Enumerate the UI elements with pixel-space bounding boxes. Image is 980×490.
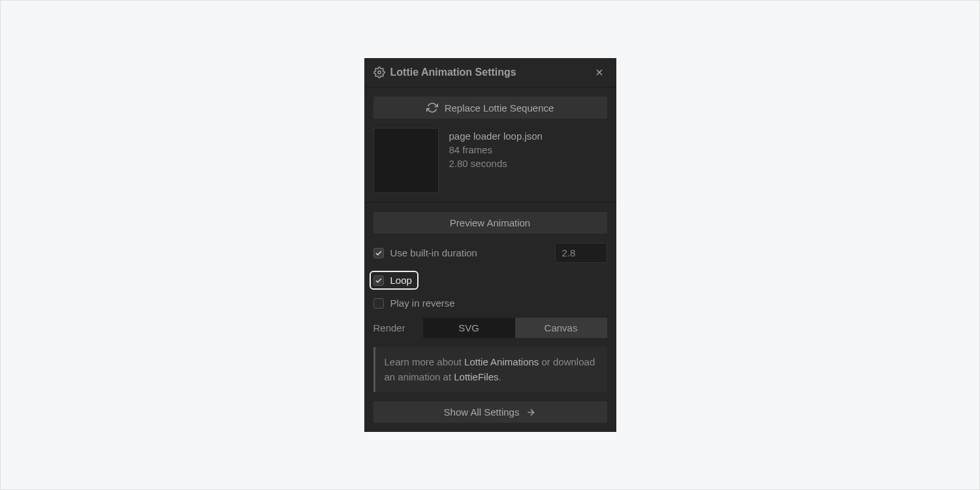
info-box: Learn more about Lottie Animations or do… [373,347,607,392]
file-seconds: 2.80 seconds [449,158,543,169]
reverse-row: Play in reverse [373,298,607,309]
render-svg-option[interactable]: SVG [423,318,515,338]
lottiefiles-link[interactable]: LottieFiles [454,371,498,382]
file-thumbnail [373,128,439,193]
loop-checkbox[interactable] [373,275,384,286]
close-icon [594,67,605,78]
panel-header: Lottie Animation Settings [364,58,616,87]
file-info-row: page loader loop.json 84 frames 2.80 sec… [373,128,607,193]
loop-label: Loop [390,275,412,286]
lottie-animations-link[interactable]: Lottie Animations [464,356,539,367]
close-button[interactable] [592,65,607,80]
preview-animation-button[interactable]: Preview Animation [373,212,607,234]
gear-icon [373,67,385,78]
reverse-checkbox[interactable] [373,298,384,309]
show-all-settings-button[interactable]: Show All Settings [373,401,607,423]
info-text-3: . [499,371,501,382]
replace-sequence-button[interactable]: Replace Lottie Sequence [373,97,607,119]
lottie-settings-panel: Lottie Animation Settings Replace Lottie… [364,58,616,432]
panel-title: Lottie Animation Settings [373,67,592,78]
replace-label: Replace Lottie Sequence [445,102,554,114]
builtin-duration-checkbox[interactable] [373,248,384,258]
arrow-right-icon [526,407,536,418]
loop-row: Loop [373,271,607,290]
loop-highlight: Loop [370,271,419,290]
refresh-icon [426,102,438,114]
render-label: Render [373,322,413,333]
render-mode-toggle: SVG Canvas [423,318,607,338]
render-row: Render SVG Canvas [373,318,607,338]
reverse-label: Play in reverse [390,298,607,309]
panel-title-text: Lottie Animation Settings [390,67,516,78]
file-name: page loader loop.json [449,130,543,142]
builtin-duration-label: Use built-in duration [390,247,548,258]
preview-label: Preview Animation [450,217,530,228]
info-text-1: Learn more about [385,356,465,367]
svg-point-0 [377,71,381,74]
panel-body: Replace Lottie Sequence page loader loop… [364,87,616,432]
check-icon [375,249,383,257]
show-all-label: Show All Settings [444,406,520,418]
file-frames: 84 frames [449,144,543,155]
checkbox-group: Use built-in duration Loop Play in rever… [373,243,607,309]
duration-input[interactable] [555,243,607,263]
builtin-duration-row: Use built-in duration [373,243,607,263]
divider [364,202,616,203]
check-icon [375,277,383,284]
file-meta: page loader loop.json 84 frames 2.80 sec… [449,128,543,169]
render-canvas-option[interactable]: Canvas [515,318,607,338]
